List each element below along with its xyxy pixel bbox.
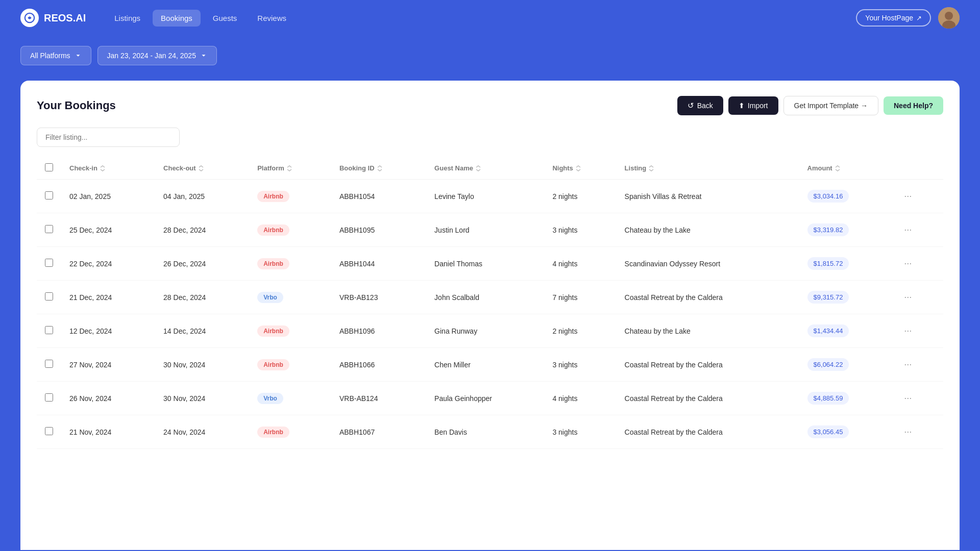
more-options-button[interactable]: ···: [900, 391, 916, 406]
logo[interactable]: REOS.AI: [20, 9, 86, 27]
row-more-cell: ···: [892, 415, 943, 449]
amount-badge: $1,434.44: [807, 324, 849, 337]
row-checkbox-5[interactable]: [45, 360, 53, 368]
col-listing[interactable]: Listing: [617, 157, 799, 180]
more-options-button[interactable]: ···: [900, 256, 916, 271]
row-guest-name: Levine Taylo: [426, 180, 544, 213]
row-platform: Vrbo: [249, 382, 331, 415]
more-options-button[interactable]: ···: [900, 424, 916, 439]
logo-icon: [20, 9, 39, 27]
row-checkout: 26 Dec, 2024: [155, 247, 249, 281]
row-listing: Chateau by the Lake: [617, 213, 799, 247]
nav-reviews[interactable]: Reviews: [249, 10, 295, 27]
row-guest-name: Gina Runway: [426, 314, 544, 348]
row-checkbox-7[interactable]: [45, 427, 53, 435]
bookings-table-wrap: Check-in Check-out Platform: [37, 157, 943, 449]
row-listing: Scandinavian Odyssey Resort: [617, 247, 799, 281]
amount-badge: $3,056.45: [807, 425, 849, 438]
nav-guests[interactable]: Guests: [205, 10, 246, 27]
filter-input-wrap: [37, 128, 943, 147]
table-row: 27 Nov, 2024 30 Nov, 2024 Airbnb ABBH106…: [37, 348, 943, 382]
more-options-button[interactable]: ···: [900, 222, 916, 237]
row-platform: Airbnb: [249, 314, 331, 348]
row-checkin: 27 Nov, 2024: [61, 348, 155, 382]
col-guest-name[interactable]: Guest Name: [426, 157, 544, 180]
row-more-cell: ···: [892, 314, 943, 348]
back-button[interactable]: ↺ Back: [677, 96, 723, 115]
row-nights: 7 nights: [544, 281, 616, 314]
row-platform: Airbnb: [249, 415, 331, 449]
more-options-button[interactable]: ···: [900, 290, 916, 305]
brand-name: REOS.AI: [44, 12, 86, 24]
row-checkbox-4[interactable]: [45, 326, 53, 334]
platform-badge: Airbnb: [257, 258, 289, 269]
navbar: REOS.AI Listings Bookings Guests Reviews…: [0, 0, 980, 36]
header-actions: ↺ Back ⬆ Import Get Import Template → Ne…: [677, 96, 943, 115]
row-listing: Spanish Villas & Retreat: [617, 180, 799, 213]
row-guest-name: Ben Davis: [426, 415, 544, 449]
table-row: 26 Nov, 2024 30 Nov, 2024 Vrbo VRB-AB124…: [37, 382, 943, 415]
search-input[interactable]: [37, 128, 180, 147]
row-booking-id: VRB-AB124: [331, 382, 426, 415]
col-checkin[interactable]: Check-in: [61, 157, 155, 180]
nav-bookings[interactable]: Bookings: [153, 10, 201, 27]
row-checkbox-cell: [37, 348, 61, 382]
date-range-filter[interactable]: Jan 23, 2024 - Jan 24, 2025: [97, 46, 217, 65]
row-amount: $3,056.45: [799, 415, 892, 449]
row-checkin: 21 Nov, 2024: [61, 415, 155, 449]
col-checkout[interactable]: Check-out: [155, 157, 249, 180]
col-booking-id[interactable]: Booking ID: [331, 157, 426, 180]
row-booking-id: ABBH1096: [331, 314, 426, 348]
col-platform[interactable]: Platform: [249, 157, 331, 180]
row-listing: Coastal Retreat by the Caldera: [617, 348, 799, 382]
nav-listings[interactable]: Listings: [106, 10, 149, 27]
avatar[interactable]: [938, 7, 960, 29]
row-guest-name: Justin Lord: [426, 213, 544, 247]
more-options-button[interactable]: ···: [900, 189, 916, 204]
row-guest-name: John Scalbald: [426, 281, 544, 314]
row-amount: $3,034.16: [799, 180, 892, 213]
row-checkout: 28 Dec, 2024: [155, 213, 249, 247]
get-import-template-button[interactable]: Get Import Template →: [783, 96, 878, 115]
row-amount: $1,434.44: [799, 314, 892, 348]
row-platform: Airbnb: [249, 348, 331, 382]
col-amount[interactable]: Amount: [799, 157, 892, 180]
row-platform: Airbnb: [249, 213, 331, 247]
row-checkbox-2[interactable]: [45, 259, 53, 267]
row-checkbox-0[interactable]: [45, 191, 53, 199]
row-checkbox-6[interactable]: [45, 393, 53, 402]
platform-badge: Airbnb: [257, 224, 289, 236]
row-checkbox-3[interactable]: [45, 292, 53, 300]
more-options-button[interactable]: ···: [900, 357, 916, 372]
row-checkout: 30 Nov, 2024: [155, 382, 249, 415]
row-listing: Coastal Retreat by the Caldera: [617, 415, 799, 449]
table-header: Check-in Check-out Platform: [37, 157, 943, 180]
row-booking-id: VRB-AB123: [331, 281, 426, 314]
row-more-cell: ···: [892, 348, 943, 382]
table-row: 22 Dec, 2024 26 Dec, 2024 Airbnb ABBH104…: [37, 247, 943, 281]
row-nights: 3 nights: [544, 348, 616, 382]
import-button[interactable]: ⬆ Import: [728, 96, 778, 115]
row-more-cell: ···: [892, 247, 943, 281]
hostpage-button[interactable]: Your HostPage ↗: [856, 9, 931, 27]
row-checkbox-cell: [37, 314, 61, 348]
row-booking-id: ABBH1067: [331, 415, 426, 449]
main-card: Your Bookings ↺ Back ⬆ Import Get Import…: [20, 81, 960, 550]
row-nights: 3 nights: [544, 415, 616, 449]
row-checkout: 04 Jan, 2025: [155, 180, 249, 213]
col-nights[interactable]: Nights: [544, 157, 616, 180]
row-more-cell: ···: [892, 180, 943, 213]
row-nights: 4 nights: [544, 247, 616, 281]
platform-badge: Airbnb: [257, 191, 289, 202]
table-row: 25 Dec, 2024 28 Dec, 2024 Airbnb ABBH109…: [37, 213, 943, 247]
row-booking-id: ABBH1095: [331, 213, 426, 247]
platform-badge: Airbnb: [257, 427, 289, 438]
more-options-button[interactable]: ···: [900, 323, 916, 338]
row-checkbox-1[interactable]: [45, 225, 53, 233]
platform-filter[interactable]: All Platforms: [20, 46, 91, 65]
filters-bar: All Platforms Jan 23, 2024 - Jan 24, 202…: [0, 36, 980, 81]
row-checkout: 24 Nov, 2024: [155, 415, 249, 449]
select-all-checkbox[interactable]: [45, 163, 53, 171]
need-help-button[interactable]: Need Help?: [884, 96, 943, 115]
row-amount: $6,064.22: [799, 348, 892, 382]
